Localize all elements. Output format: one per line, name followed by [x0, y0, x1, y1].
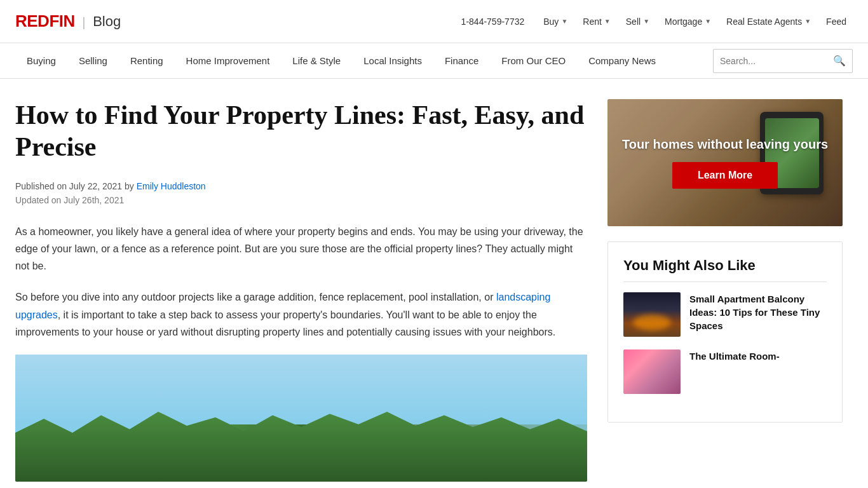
ad-banner-text: Tour homes without leaving yours — [622, 137, 828, 152]
nav-mortgage[interactable]: Mortgage ▼ — [658, 13, 717, 30]
sell-chevron: ▼ — [643, 18, 649, 25]
sec-nav-life-style[interactable]: Life & Style — [281, 43, 352, 79]
author-link[interactable]: Emily Huddleston — [137, 181, 206, 191]
sec-nav-buying[interactable]: Buying — [15, 43, 67, 79]
also-like-section: You Might Also Like Small Apartment Balc… — [607, 241, 843, 423]
related-title-1: Small Apartment Balcony Ideas: 10 Tips f… — [689, 294, 820, 331]
nav-real-estate-agents[interactable]: Real Estate Agents ▼ — [720, 13, 817, 30]
secondary-nav: Buying Selling Renting Home Improvement … — [0, 43, 868, 79]
agents-chevron: ▼ — [804, 18, 811, 25]
related-item-1[interactable]: Small Apartment Balcony Ideas: 10 Tips f… — [623, 292, 827, 337]
learn-more-button[interactable]: Learn More — [672, 162, 778, 189]
related-text-2: The Ultimate Room- — [689, 349, 827, 363]
related-text-1: Small Apartment Balcony Ideas: 10 Tips f… — [689, 292, 827, 332]
nav-sell[interactable]: Sell ▼ — [620, 13, 656, 30]
balcony-thumbnail — [623, 292, 681, 337]
phone-number: 1-844-759-7732 — [461, 17, 525, 27]
related-item-2[interactable]: The Ultimate Room- — [623, 349, 827, 394]
sec-nav-from-our-ceo[interactable]: From Our CEO — [490, 43, 577, 79]
image-sky — [15, 355, 587, 424]
ad-banner-overlay: Tour homes without leaving yours Learn M… — [607, 99, 843, 226]
ad-banner: Tour homes without leaving yours Learn M… — [607, 99, 843, 226]
also-like-title: You Might Also Like — [623, 257, 827, 282]
article-meta: Published on July 22, 2021 by Emily Hudd… — [15, 181, 587, 191]
rent-chevron: ▼ — [604, 18, 611, 25]
buy-chevron: ▼ — [561, 18, 567, 25]
search-icon[interactable]: 🔍 — [833, 55, 846, 67]
related-title-2: The Ultimate Room- — [689, 351, 780, 362]
article-paragraph-2: So before you dive into any outdoor proj… — [15, 288, 587, 341]
article-title: How to Find Your Property Lines: Fast, E… — [15, 99, 587, 163]
sidebar: Tour homes without leaving yours Learn M… — [607, 99, 843, 482]
sec-nav-selling[interactable]: Selling — [67, 43, 119, 79]
search-area[interactable]: 🔍 — [713, 49, 853, 73]
sec-nav-local-insights[interactable]: Local Insights — [352, 43, 433, 79]
main-content: How to Find Your Property Lines: Fast, E… — [0, 79, 868, 482]
top-nav-links: 1-844-759-7732 Buy ▼ Rent ▼ Sell ▼ Mortg… — [461, 13, 853, 30]
search-input[interactable] — [720, 56, 833, 66]
logo-divider: | — [83, 13, 85, 30]
sec-nav-finance[interactable]: Finance — [433, 43, 490, 79]
article-area: How to Find Your Property Lines: Fast, E… — [15, 99, 587, 482]
related-thumb-1 — [623, 292, 681, 337]
article-hero-image — [15, 355, 587, 482]
logo-area[interactable]: REDFIN | Blog — [15, 11, 121, 31]
related-thumb-2 — [623, 349, 681, 394]
nav-rent[interactable]: Rent ▼ — [576, 13, 616, 30]
sec-nav-company-news[interactable]: Company News — [577, 43, 667, 79]
sec-nav-renting[interactable]: Renting — [119, 43, 175, 79]
logo-blog[interactable]: Blog — [93, 13, 121, 30]
article-updated: Updated on July 26th, 2021 — [15, 195, 587, 205]
article-paragraph-1: As a homeowner, you likely have a genera… — [15, 223, 587, 275]
logo-redfin[interactable]: REDFIN — [15, 11, 75, 31]
top-nav: REDFIN | Blog 1-844-759-7732 Buy ▼ Rent … — [0, 0, 868, 43]
sec-nav-home-improvement[interactable]: Home Improvement — [175, 43, 281, 79]
nav-feed[interactable]: Feed — [820, 13, 853, 30]
article-body: As a homeowner, you likely have a genera… — [15, 223, 587, 341]
mortgage-chevron: ▼ — [705, 18, 711, 25]
nav-buy[interactable]: Buy ▼ — [537, 13, 574, 30]
room-thumbnail — [623, 349, 681, 394]
